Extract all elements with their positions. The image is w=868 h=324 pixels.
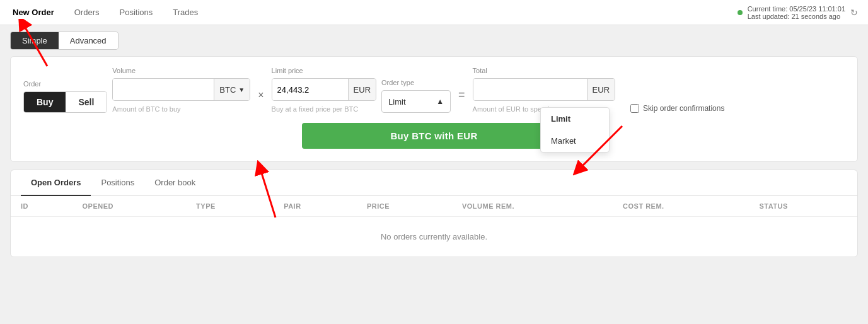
- order-type-chevron-icon: ▲: [436, 97, 444, 106]
- multiply-sign: ×: [255, 90, 266, 101]
- total-group: Total EUR Amount of EUR to spend: [473, 67, 615, 113]
- limit-input-wrap: EUR: [272, 78, 376, 101]
- last-updated: Last updated: 21 seconds ago: [748, 13, 845, 20]
- orders-table: ID OPENED TYPE PAIR PRICE VOLUME REM. CO…: [11, 196, 857, 257]
- nav-status: Current time: 05/25/23 11:01:01 Last upd…: [738, 5, 858, 20]
- order-type-dropdown: Limit Market: [540, 107, 610, 153]
- col-type: TYPE: [186, 196, 274, 217]
- skip-confirm-checkbox[interactable]: [630, 104, 639, 113]
- volume-currency-select[interactable]: BTC ▼: [214, 79, 250, 100]
- order-type-value: Limit: [388, 97, 405, 107]
- buy-btc-button[interactable]: Buy BTC with EUR: [302, 123, 567, 149]
- total-input[interactable]: [473, 79, 587, 100]
- dropdown-item-market[interactable]: Market: [541, 130, 609, 152]
- status-dot: [738, 10, 743, 15]
- total-label: Total: [473, 67, 615, 74]
- nav-new-order[interactable]: New Order: [10, 8, 57, 17]
- tab-order-book[interactable]: Order book: [144, 170, 205, 196]
- empty-message: No orders currently available.: [11, 217, 857, 257]
- equals-sign: =: [456, 88, 468, 101]
- limit-price-label: Limit price: [272, 67, 376, 74]
- bottom-section: Open Orders Positions Order book ID OPEN…: [10, 170, 858, 257]
- col-opened: OPENED: [72, 196, 187, 217]
- limit-currency-label: EUR: [348, 79, 376, 100]
- buy-btn-row: Buy BTC with EUR: [23, 123, 845, 149]
- total-input-wrap: EUR: [473, 78, 615, 101]
- limit-price-group: Limit price EUR Buy at a fixed price per…: [272, 67, 376, 113]
- time-info: Current time: 05/25/23 11:01:01 Last upd…: [748, 5, 845, 20]
- dropdown-item-limit[interactable]: Limit: [541, 108, 609, 130]
- tab-positions[interactable]: Positions: [91, 170, 144, 196]
- limit-hint: Buy at a fixed price per BTC: [272, 105, 376, 113]
- col-pair: PAIR: [274, 196, 357, 217]
- advanced-mode-button[interactable]: Advanced: [59, 32, 118, 49]
- order-label: Order: [23, 80, 107, 88]
- col-price: PRICE: [357, 196, 452, 217]
- col-cost-rem: COST REM.: [613, 196, 749, 217]
- nav-positions[interactable]: Positions: [117, 8, 155, 17]
- limit-price-input[interactable]: [272, 79, 348, 100]
- skip-confirm-group: Skip order confirmations: [630, 104, 724, 113]
- table-empty-row: No orders currently available.: [11, 217, 857, 257]
- volume-chevron-icon: ▼: [238, 86, 245, 93]
- nav-orders[interactable]: Orders: [72, 8, 102, 17]
- buy-sell-toggle: Buy Sell: [23, 91, 107, 113]
- volume-input[interactable]: [113, 79, 214, 100]
- order-type-label: Order type: [381, 79, 451, 86]
- mode-toggle: Simple Advanced: [10, 32, 119, 50]
- volume-label: Volume: [112, 67, 250, 74]
- buy-button[interactable]: Buy: [24, 92, 66, 112]
- nav-links: New Order Orders Positions Trades: [10, 8, 200, 17]
- table-header-row: ID OPENED TYPE PAIR PRICE VOLUME REM. CO…: [11, 196, 857, 217]
- order-card: Order Buy Sell Volume BTC ▼ Amount of BT…: [10, 56, 858, 162]
- nav-trades[interactable]: Trades: [170, 8, 200, 17]
- col-status: STATUS: [749, 196, 857, 217]
- col-id: ID: [11, 196, 72, 217]
- volume-hint: Amount of BTC to buy: [112, 105, 250, 113]
- col-volume-rem: VOLUME REM.: [452, 196, 613, 217]
- volume-input-wrap: BTC ▼: [112, 78, 250, 101]
- current-time: Current time: 05/25/23 11:01:01: [748, 5, 845, 13]
- top-nav: New Order Orders Positions Trades Curren…: [0, 0, 868, 25]
- order-type-group: Order type Limit ▲: [381, 79, 451, 113]
- volume-group: Volume BTC ▼ Amount of BTC to buy: [112, 67, 250, 113]
- skip-confirm-label: Skip order confirmations: [643, 104, 724, 113]
- order-form-row: Order Buy Sell Volume BTC ▼ Amount of BT…: [23, 67, 845, 113]
- volume-currency-label: BTC: [219, 85, 236, 95]
- sell-button[interactable]: Sell: [66, 92, 107, 112]
- order-side-group: Order Buy Sell: [23, 80, 107, 113]
- simple-mode-button[interactable]: Simple: [11, 32, 59, 49]
- refresh-icon[interactable]: ↻: [850, 8, 858, 18]
- tab-open-orders[interactable]: Open Orders: [21, 170, 91, 196]
- tabs-row: Open Orders Positions Order book: [11, 170, 857, 196]
- order-type-select[interactable]: Limit ▲: [381, 90, 451, 113]
- total-currency-label: EUR: [587, 79, 615, 100]
